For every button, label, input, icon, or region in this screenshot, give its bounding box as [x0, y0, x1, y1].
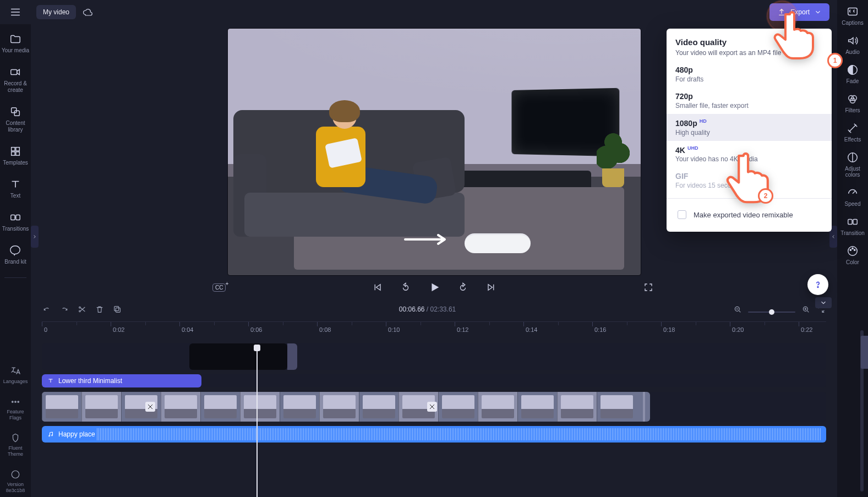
sidebar-item-label: Text — [10, 193, 20, 199]
rightbar-item-label: Effects — [844, 136, 861, 143]
rightbar-item-label: Fade — [847, 78, 859, 84]
clip-black-overlay[interactable] — [189, 343, 287, 370]
rewind-button[interactable] — [398, 280, 413, 294]
rightbar-item-filters[interactable]: Filters — [837, 93, 868, 113]
sidebar-item-brand-kit[interactable]: Brand kit — [0, 241, 31, 269]
sidebar-item-your-media[interactable]: Your media — [0, 30, 31, 57]
skip-back-button[interactable] — [370, 280, 384, 294]
rightbar-item-transition[interactable]: Transition — [837, 216, 868, 236]
rightbar-item-fade[interactable]: Fade — [837, 64, 868, 84]
ruler-tick-label: 0:06 — [250, 326, 262, 333]
svg-rect-19 — [848, 219, 852, 224]
transition-icon[interactable] — [427, 402, 437, 412]
video-thumbnail — [438, 392, 478, 422]
sidebar-item-fluent-theme[interactable]: Fluent Theme — [0, 430, 31, 461]
export-remix-checkbox[interactable] — [678, 210, 686, 219]
sidebar-item-languages[interactable]: Languages — [0, 362, 31, 388]
redo-button[interactable] — [59, 304, 69, 314]
ruler-minor-tick — [765, 322, 765, 325]
ruler-tick-label: 0:04 — [182, 326, 193, 333]
svg-point-22 — [850, 249, 851, 250]
duplicate-button[interactable] — [112, 304, 122, 314]
svg-rect-8 — [16, 215, 20, 220]
sidebar-item-record-create[interactable]: Record & create — [0, 63, 31, 97]
timeline-ruler[interactable]: 00:020:040:060:080:100:120:140:160:180:2… — [42, 321, 826, 335]
track-overlay[interactable] — [42, 343, 826, 370]
play-button[interactable] — [427, 280, 441, 294]
sidebar-item-transitions[interactable]: Transitions — [0, 208, 31, 236]
sidebar-item-templates[interactable]: Templates — [0, 142, 31, 170]
skip-forward-button[interactable] — [484, 280, 499, 294]
export-option-480p[interactable]: 480p For drafts — [667, 61, 832, 88]
timeline-tracks: Lower third Minimalist Happy pla — [31, 335, 837, 497]
svg-rect-7 — [11, 215, 15, 220]
track-audio[interactable]: Happy place — [42, 426, 826, 443]
clip-handle[interactable] — [287, 343, 297, 370]
video-thumbnail — [240, 392, 280, 422]
export-option-label: 720p — [675, 92, 693, 101]
zoom-in-button[interactable] — [801, 304, 811, 314]
video-thumbnail — [280, 392, 319, 422]
cc-toggle-button[interactable]: CC — [212, 283, 226, 292]
project-title-button[interactable]: My video — [36, 5, 76, 19]
delete-button[interactable] — [95, 304, 105, 314]
clip-title[interactable]: Lower third Minimalist — [42, 374, 201, 387]
video-thumbnail — [42, 392, 81, 422]
playhead[interactable] — [256, 349, 258, 497]
zoom-slider[interactable] — [748, 312, 795, 313]
rightbar-item-label: Captions — [842, 20, 863, 26]
svg-point-11 — [18, 401, 19, 402]
svg-rect-3 — [12, 148, 15, 151]
forward-button[interactable] — [456, 280, 470, 294]
sidebar-item-label: Templates — [3, 160, 28, 166]
sidebar-item-feature-flags[interactable]: Feature Flags — [0, 394, 31, 424]
track-titles[interactable]: Lower third Minimalist — [42, 374, 826, 387]
rightbar-item-effects[interactable]: Effects — [837, 122, 868, 143]
sidebar-item-label: Your media — [2, 47, 29, 54]
video-thumbnail — [597, 392, 636, 422]
sidebar-item-label: Brand kit — [4, 259, 26, 265]
sidebar-item-version: Version 8e3c1b8 — [0, 466, 31, 497]
svg-rect-2 — [14, 111, 19, 116]
svg-point-25 — [79, 307, 81, 308]
svg-rect-6 — [16, 152, 19, 155]
rightbar-item-captions[interactable]: Captions — [837, 6, 868, 26]
left-panel-expand-button[interactable] — [31, 226, 39, 248]
help-fab-button[interactable] — [807, 274, 828, 295]
ruler-minor-tick — [77, 322, 77, 325]
zoom-out-button[interactable] — [733, 304, 743, 314]
rightbar-item-color[interactable]: Color — [837, 245, 868, 265]
rightbar-item-audio[interactable]: Audio — [837, 35, 868, 55]
transition-icon[interactable] — [145, 402, 155, 412]
video-thumbnail — [517, 392, 557, 422]
clip-video[interactable] — [42, 392, 650, 422]
export-remix-toggle[interactable]: Make exported video remixable — [667, 203, 832, 226]
fullscreen-button[interactable] — [641, 280, 656, 294]
sidebar-item-text[interactable]: Text — [0, 175, 31, 203]
tutorial-step-badge-2: 2 — [758, 188, 773, 204]
svg-point-9 — [12, 401, 13, 402]
rightbar-item-speed[interactable]: Speed — [837, 187, 868, 207]
ruler-minor-tick — [558, 322, 559, 325]
panel-collapse-button[interactable] — [815, 297, 832, 308]
undo-button[interactable] — [42, 304, 52, 314]
export-option-720p[interactable]: 720p Smaller file, faster export — [667, 88, 832, 114]
rightbar-item-adjust-colors[interactable]: Adjust colors — [837, 151, 868, 178]
video-thumbnail — [359, 392, 398, 422]
clip-audio[interactable]: Happy place — [42, 426, 826, 443]
export-option-badge: UHD — [687, 145, 698, 151]
sidebar-item-content-library[interactable]: Content library — [0, 102, 31, 136]
timeline-scrollbar[interactable] — [860, 330, 864, 491]
hamburger-menu-button[interactable] — [0, 0, 31, 24]
export-option-desc: High quality — [675, 129, 823, 136]
ruler-minor-tick — [352, 322, 352, 325]
split-button[interactable] — [77, 304, 87, 314]
svg-rect-1 — [12, 108, 17, 113]
tutorial-step-number: 1 — [833, 57, 837, 64]
ruler-tick-label: 0:10 — [388, 326, 400, 333]
svg-point-10 — [15, 401, 16, 402]
video-preview[interactable] — [228, 29, 641, 275]
rightbar-item-label: Adjust colors — [845, 166, 860, 178]
track-video[interactable] — [42, 392, 826, 422]
export-option-1080p[interactable]: 1080pHD High quality — [667, 114, 832, 141]
